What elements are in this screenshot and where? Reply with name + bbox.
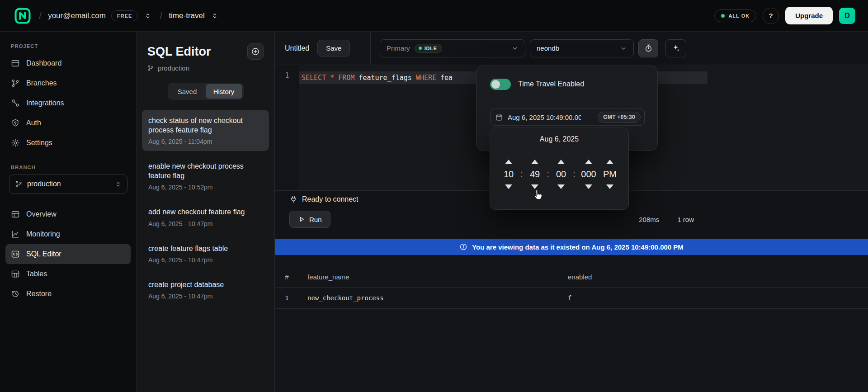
column-header-enabled: enabled [560, 273, 868, 281]
tab-saved[interactable]: Saved [169, 84, 206, 99]
sidebar-item-tables[interactable]: Tables [5, 264, 131, 284]
history-item[interactable]: add new checkout feature flag Aug 6, 202… [142, 201, 269, 233]
compute-selector[interactable]: Primary IDLE [380, 39, 525, 57]
sidebar-item-label: Settings [26, 139, 52, 147]
database-selector-value: neondb [537, 44, 559, 52]
history-item[interactable]: check status of new checkout process fea… [142, 110, 269, 151]
history-item-title: add new checkout feature flag [148, 207, 263, 217]
tab-history[interactable]: History [206, 84, 242, 99]
account-email[interactable]: your@email.com [48, 11, 106, 20]
panel-branch: production [137, 60, 274, 72]
system-status-button[interactable]: ALL OK [714, 9, 756, 22]
sidebar-item-auth[interactable]: Auth [5, 113, 131, 133]
chevron-down-icon [511, 45, 519, 52]
ampm-up-button[interactable] [604, 150, 616, 162]
ai-assistant-button[interactable] [665, 39, 686, 57]
cell-enabled: f [560, 294, 868, 302]
query-tab-title: Untitled [285, 44, 309, 52]
minutes-value[interactable]: 49 [530, 169, 540, 179]
sidebar-item-settings[interactable]: Settings [5, 133, 131, 153]
user-avatar[interactable]: D [839, 8, 855, 24]
ampm-down-button[interactable] [604, 186, 616, 198]
history-item-title: check status of new checkout process fea… [148, 116, 263, 135]
datetime-input[interactable]: Aug 6, 2025 10:49:00.000 PM GMT +05:30 [490, 109, 645, 126]
account-switcher-button[interactable] [142, 10, 153, 21]
neon-logo[interactable] [13, 6, 33, 26]
sidebar-item-integrations[interactable]: Integrations [5, 93, 131, 113]
sidebar-item-dashboard[interactable]: Dashboard [5, 53, 131, 73]
dashboard-icon [11, 59, 20, 68]
history-item[interactable]: create project database Aug 6, 2025 - 10… [142, 274, 269, 306]
sidebar-item-sql-editor[interactable]: SQL Editor [5, 244, 131, 264]
project-switcher-button[interactable] [209, 10, 220, 21]
editor-gutter: 1 [275, 65, 299, 190]
plug-icon [289, 195, 297, 203]
integrations-icon [11, 99, 20, 108]
branch-icon [15, 180, 23, 188]
millis-down-button[interactable] [582, 186, 595, 198]
query-metrics: 208ms 1 row [639, 216, 694, 223]
sidebar-item-restore[interactable]: Restore [5, 284, 131, 304]
history-item-date: Aug 6, 2025 - 10:47pm [148, 293, 263, 300]
sidebar-item-label: Branches [26, 79, 57, 87]
sidebar-item-label: Monitoring [26, 230, 60, 238]
table-header-row: # feature_name enabled [275, 267, 868, 288]
info-icon [459, 243, 467, 251]
sidebar-item-monitoring[interactable]: Monitoring [5, 224, 131, 244]
millis-value[interactable]: 000 [581, 169, 596, 179]
history-item[interactable]: enable new checkout process feature flag… [142, 156, 269, 197]
new-query-button[interactable] [247, 43, 264, 60]
sidebar-item-overview[interactable]: Overview [5, 204, 131, 224]
hours-down-button[interactable] [502, 186, 515, 198]
time-travel-toggle[interactable] [490, 79, 511, 90]
hours-up-button[interactable] [502, 150, 515, 162]
datetime-value: Aug 6, 2025 10:49:00.000 PM [508, 113, 581, 121]
cell-feature-name: new_checkout_process [299, 294, 560, 302]
branch-selector[interactable]: production [9, 175, 127, 194]
query-tab[interactable]: Untitled Save [275, 32, 371, 65]
topbar: / your@email.com FREE / time-travel ALL … [0, 0, 868, 32]
panel-title: SQL Editor [147, 45, 211, 59]
help-button[interactable]: ? [763, 8, 779, 24]
tables-icon [11, 269, 20, 279]
history-item-title: create project database [148, 280, 263, 289]
database-selector[interactable]: neondb [530, 39, 634, 57]
restore-icon [11, 289, 20, 298]
seconds-value[interactable]: 00 [556, 169, 566, 179]
millis-up-button[interactable] [582, 150, 595, 162]
auth-icon [11, 118, 20, 128]
seconds-up-button[interactable] [555, 150, 567, 162]
sidebar-item-branches[interactable]: Branches [5, 73, 131, 93]
ampm-value[interactable]: PM [603, 169, 617, 179]
chevron-updown-icon [115, 181, 122, 188]
seconds-down-button[interactable] [555, 186, 567, 198]
table-row: 1 new_checkout_process f [275, 288, 868, 309]
sidebar-section-project: PROJECT [0, 43, 136, 49]
panel-branch-label: production [158, 64, 189, 72]
history-item[interactable]: create feature flags table Aug 6, 2025 -… [142, 238, 269, 269]
cell-row-number: 1 [275, 288, 299, 308]
project-name[interactable]: time-travel [169, 11, 204, 20]
upgrade-button[interactable]: Upgrade [785, 7, 833, 24]
branches-icon [11, 79, 20, 88]
datetime-picker-popover: Aug 6, 2025 10 : 49 : 00 : 000 PM [490, 128, 629, 210]
minutes-up-button[interactable] [528, 150, 541, 162]
time-travel-button[interactable] [638, 39, 658, 57]
branch-icon [147, 65, 154, 71]
time-travel-clock-icon [644, 44, 653, 52]
status-label: ALL OK [728, 13, 750, 19]
hours-value[interactable]: 10 [504, 169, 514, 179]
overview-icon [11, 210, 20, 219]
breadcrumb-separator: / [39, 10, 42, 22]
status-dot [721, 14, 725, 18]
saved-history-tabs: Saved History [168, 83, 244, 100]
mouse-cursor [532, 189, 543, 201]
run-button[interactable]: Run [289, 211, 330, 228]
sidebar-item-label: SQL Editor [26, 250, 61, 258]
sidebar: PROJECT Dashboard Branches Integrations … [0, 32, 137, 392]
column-header-index: # [275, 267, 299, 287]
time-spinner: 10 : 49 : 00 : 000 PM [499, 147, 620, 201]
calendar-icon [495, 113, 503, 121]
save-button[interactable]: Save [317, 40, 350, 57]
neon-logo-icon [14, 8, 31, 24]
